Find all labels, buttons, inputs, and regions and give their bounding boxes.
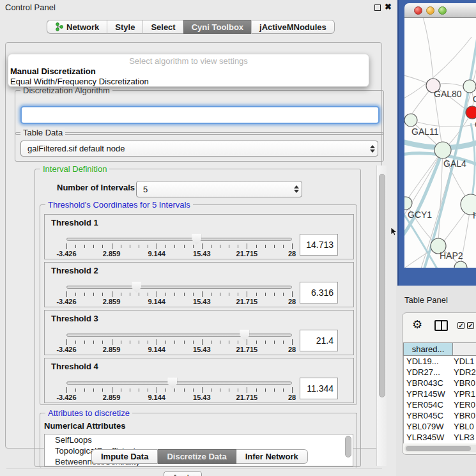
slider-tick [130, 388, 130, 392]
slider-tick [84, 293, 85, 296]
slider-tick [75, 293, 76, 296]
slider-tick [193, 245, 194, 248]
threshold-value-field[interactable]: 21.4 [300, 330, 338, 351]
slider-tick [184, 341, 185, 344]
slider-tick [121, 293, 121, 296]
column-header-name[interactable]: na [453, 342, 476, 356]
slider-tick-label: 2.859 [103, 394, 121, 401]
table-data-combobox[interactable]: galFiltered.sif default node [20, 141, 378, 157]
tab-discretize-data[interactable]: Discretize Data [158, 449, 236, 464]
tab-network[interactable]: Network [47, 20, 107, 34]
slider-tick [102, 341, 103, 344]
slider-tick [247, 243, 247, 249]
slider-tick [283, 245, 284, 248]
node-label: GA [473, 94, 476, 104]
tab-select[interactable]: Select [142, 20, 183, 34]
gear-icon[interactable]: ⚙ [412, 318, 422, 332]
popup-option-manual[interactable]: Manual Discretization [10, 66, 96, 76]
list-scrollbar[interactable] [345, 436, 351, 457]
slider-tick-label: -3.426 [56, 394, 76, 401]
slider-tick [165, 341, 166, 344]
apply-button[interactable]: Apply [164, 471, 202, 476]
slider-tick [202, 339, 203, 345]
network-canvas[interactable]: GAL80 GA C GAL11 GAL4 GCY1 H HAP2 [404, 18, 476, 268]
algorithm-combobox[interactable] [20, 106, 380, 124]
table-row[interactable]: YBR043C YBR0 [404, 378, 476, 388]
checkbox-icon[interactable]: ✓ [457, 322, 464, 329]
zoom-traffic-light-icon[interactable] [438, 6, 447, 15]
network-node-gcy1[interactable] [404, 197, 412, 210]
threshold-value-field[interactable]: 11.344 [300, 378, 338, 399]
slider-tick-label: 9.144 [148, 346, 165, 353]
table-row[interactable]: YIL052C YIL0 [404, 443, 476, 443]
attribute-list-item[interactable]: SelfLoops [45, 434, 353, 445]
close-traffic-light-icon[interactable] [414, 6, 422, 15]
slider-tick-label: 2.859 [103, 250, 121, 257]
threshold-panel: Threshold 4 -3.4262.8599.14415.4321.7152… [44, 358, 354, 403]
slider-tick [292, 387, 293, 393]
group-label: Threshold's Coordinates for 5 Intervals [45, 200, 193, 210]
network-node-gal4[interactable] [434, 142, 451, 158]
cell-name: YDL1 [451, 356, 475, 367]
network-node[interactable] [463, 80, 476, 93]
network-node-gal11[interactable] [404, 114, 417, 127]
table-row[interactable]: YER054C YER0 [404, 399, 476, 410]
slider-tick-label: 15.43 [193, 298, 211, 305]
network-node-selected-red[interactable] [466, 106, 476, 119]
panel-scrollbar-thumb[interactable] [379, 174, 385, 397]
table-row[interactable]: YBR045C YBR0 [404, 410, 476, 421]
table-row[interactable]: YLR345W YLR3 [404, 432, 476, 443]
slider-tick [121, 341, 121, 344]
table-row[interactable]: YBL079W YBL0 [404, 421, 476, 432]
column-layout-icon[interactable] [434, 320, 448, 331]
combo-value: galFiltered.sif default node [21, 144, 367, 153]
slider-tick [247, 339, 247, 345]
float-icon[interactable] [374, 4, 381, 11]
table-hscrollbar-track[interactable] [404, 445, 476, 452]
threshold-value-field[interactable]: 14.713 [300, 234, 338, 256]
number-of-intervals-combobox[interactable]: 5 [136, 181, 302, 197]
app-root: Control Panel ✖ Network Style [0, 0, 476, 476]
slider-tick [247, 291, 247, 297]
slider-tick [93, 293, 94, 296]
table-panel: Table Panel ⚙ ✓ ✓ shared... na YDL19... … [396, 286, 476, 476]
table-row[interactable]: YPR145W YPR1 [404, 388, 476, 399]
panel-scrollbar-track[interactable] [376, 165, 387, 466]
threshold-value-field[interactable]: 6.316 [300, 282, 338, 303]
slider-tick [102, 293, 103, 296]
network-window-titlebar[interactable] [404, 3, 476, 18]
table-panel-title: Table Panel [404, 295, 448, 305]
tab-impute-data[interactable]: Impute Data [91, 449, 158, 464]
popup-hint: Select algorithm to view settings [8, 56, 369, 66]
checkbox-icon[interactable]: ✓ [467, 322, 474, 329]
slider-tick [139, 341, 139, 344]
close-icon[interactable]: ✖ [385, 2, 392, 12]
slider-tick [174, 341, 175, 344]
minimize-traffic-light-icon[interactable] [426, 6, 434, 15]
tab-style[interactable]: Style [107, 20, 142, 34]
table-row[interactable]: YDL19... YDL1 [404, 356, 476, 367]
table-hscrollbar-thumb[interactable] [406, 446, 471, 451]
table-row[interactable]: YDR27... YDR2 [404, 367, 476, 378]
slider-tick [193, 388, 194, 392]
popup-option-equal-width[interactable]: Equal Width/Frequency Discretization [10, 77, 149, 86]
slider-tick [292, 339, 293, 345]
slider-tick [174, 293, 175, 296]
slider-tick [256, 341, 257, 344]
network-node[interactable] [454, 261, 467, 268]
slider-tick-label: 28 [288, 298, 296, 305]
slider-tick [112, 339, 112, 345]
slider-tick-label: 21.715 [236, 250, 258, 257]
footer-divider [6, 468, 382, 469]
slider-tick [184, 245, 185, 248]
slider-tick [283, 341, 284, 344]
table-rows: YDL19... YDL1 YDR27... YDR2 YBR043C YBR0… [403, 356, 476, 443]
tab-jactivemnodules[interactable]: jActiveMNodules [251, 20, 335, 34]
slider-tick [220, 341, 220, 344]
slider-tick [112, 387, 112, 393]
table-panel-box: ⚙ ✓ ✓ shared... na YDL19... YDL1 YDR27..… [402, 312, 476, 455]
slider-tick [148, 341, 148, 344]
tab-infer-network[interactable]: Infer Network [236, 449, 308, 464]
tab-cyni-toolbox[interactable]: Cyni Toolbox [183, 20, 251, 34]
column-header-shared[interactable]: shared... [403, 342, 453, 356]
